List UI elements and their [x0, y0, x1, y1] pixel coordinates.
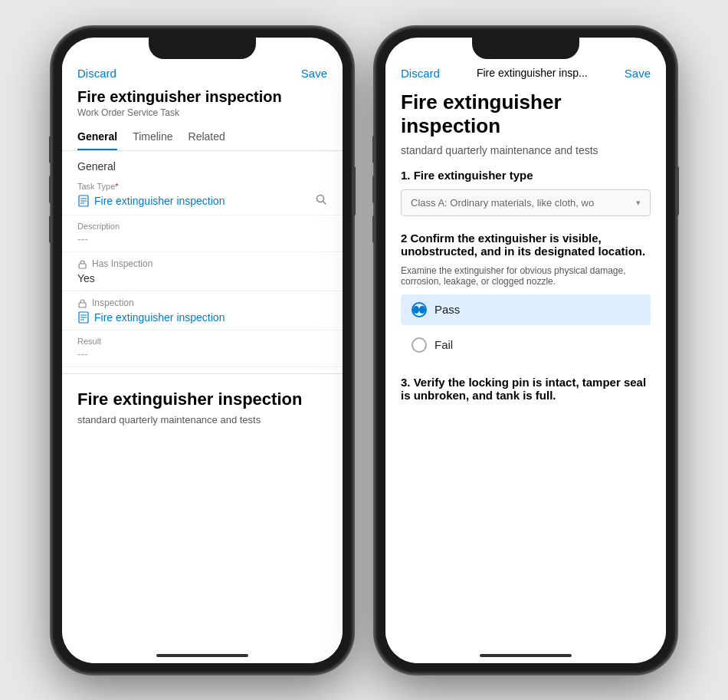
field-task-type: Task Type* — [62, 176, 343, 215]
screen-content-2: Discard Fire extinguisher insp... Save F… — [385, 59, 666, 663]
radio-pass-label: Pass — [435, 303, 460, 316]
notch-2 — [472, 38, 579, 59]
preview-title: Fire extinguisher inspection — [77, 389, 327, 409]
nav-bar-2: Discard Fire extinguisher insp... Save — [385, 59, 666, 84]
field-description: Description --- — [62, 215, 343, 252]
question-3-title: 3. Verify the locking pin is intact, tam… — [401, 376, 651, 402]
screen-content-1: Discard Save Fire extinguisher inspectio… — [62, 59, 343, 663]
description-label: Description — [77, 222, 327, 231]
screen-2: Discard Fire extinguisher insp... Save F… — [385, 38, 666, 663]
result-value: --- — [77, 348, 327, 360]
inspection-link-text: Fire extinguisher inspection — [94, 311, 225, 324]
home-indicator-2 — [480, 654, 572, 657]
chevron-down-icon: ▾ — [636, 198, 641, 208]
preview-desc: standard quarterly maintenance and tests — [77, 414, 327, 426]
tab-general[interactable]: General — [77, 124, 117, 150]
question-2-note: Examine the extinguisher for obvious phy… — [401, 265, 651, 287]
save-button-2[interactable]: Save — [625, 67, 651, 80]
notch-1 — [149, 38, 256, 59]
page-title-1: Fire extinguisher inspection — [77, 87, 327, 106]
detail-description: standard quarterly maintenance and tests — [401, 144, 651, 156]
tabs-1: General Timeline Related — [62, 124, 343, 151]
svg-rect-6 — [79, 264, 86, 268]
scene: Discard Save Fire extinguisher inspectio… — [0, 0, 728, 700]
question-1-select[interactable]: Class A: Ordinary materials, like cloth,… — [401, 189, 651, 216]
task-type-value[interactable]: Fire extinguisher inspection — [77, 195, 225, 207]
radio-pass-circle — [412, 302, 427, 317]
discard-button-1[interactable]: Discard — [77, 67, 116, 80]
inspection-icon — [77, 311, 90, 324]
save-button-1[interactable]: Save — [301, 67, 327, 80]
phone-2: Discard Fire extinguisher insp... Save F… — [376, 28, 675, 672]
task-type-text: Fire extinguisher inspection — [94, 195, 225, 207]
question-2: 2 Confirm the extinguisher is visible, u… — [401, 232, 651, 360]
screen-1: Discard Save Fire extinguisher inspectio… — [62, 38, 343, 663]
tab-related[interactable]: Related — [189, 124, 225, 150]
page-subtitle-1: Work Order Service Task — [77, 107, 327, 118]
field-has-inspection: Has Inspection Yes — [62, 252, 343, 291]
radio-fail[interactable]: Fail — [401, 330, 651, 360]
section-general: General — [62, 151, 343, 176]
question-2-title: 2 Confirm the extinguisher is visible, u… — [401, 232, 651, 258]
form-header: Fire extinguisher inspection Work Order … — [62, 84, 343, 124]
home-indicator-1 — [156, 654, 248, 657]
has-inspection-label: Has Inspection — [77, 258, 152, 269]
radio-fail-circle — [412, 337, 427, 353]
nav-bar-1: Discard Save — [62, 59, 343, 84]
question-3: 3. Verify the locking pin is intact, tam… — [401, 376, 651, 402]
result-label: Result — [77, 337, 327, 346]
has-inspection-value: Yes — [77, 272, 327, 284]
inspection-label: Inspection — [77, 297, 134, 308]
detail-content: Fire extinguisher inspection standard qu… — [385, 84, 666, 655]
field-inspection: Inspection Fire extinguisher inspection — [62, 291, 343, 330]
svg-rect-7 — [79, 303, 86, 307]
radio-fail-label: Fail — [435, 338, 453, 351]
phone-1: Discard Save Fire extinguisher inspectio… — [53, 28, 352, 672]
select-placeholder: Class A: Ordinary materials, like cloth,… — [411, 197, 594, 209]
question-1-title: 1. Fire extinguisher type — [401, 169, 651, 182]
detail-title: Fire extinguisher inspection — [401, 90, 651, 138]
tab-timeline[interactable]: Timeline — [133, 124, 172, 150]
inspection-value[interactable]: Fire extinguisher inspection — [77, 311, 327, 324]
search-icon[interactable] — [315, 193, 327, 209]
nav-title-2: Fire extinguisher insp... — [477, 67, 588, 79]
task-type-label: Task Type* — [77, 182, 327, 191]
field-result: Result --- — [62, 330, 343, 367]
svg-line-5 — [323, 201, 326, 204]
preview-card: Fire extinguisher inspection standard qu… — [62, 373, 343, 441]
question-1: 1. Fire extinguisher type Class A: Ordin… — [401, 169, 651, 216]
task-type-icon — [77, 195, 90, 207]
description-value: --- — [77, 233, 327, 245]
radio-pass[interactable]: Pass — [401, 294, 651, 325]
discard-button-2[interactable]: Discard — [401, 67, 440, 80]
